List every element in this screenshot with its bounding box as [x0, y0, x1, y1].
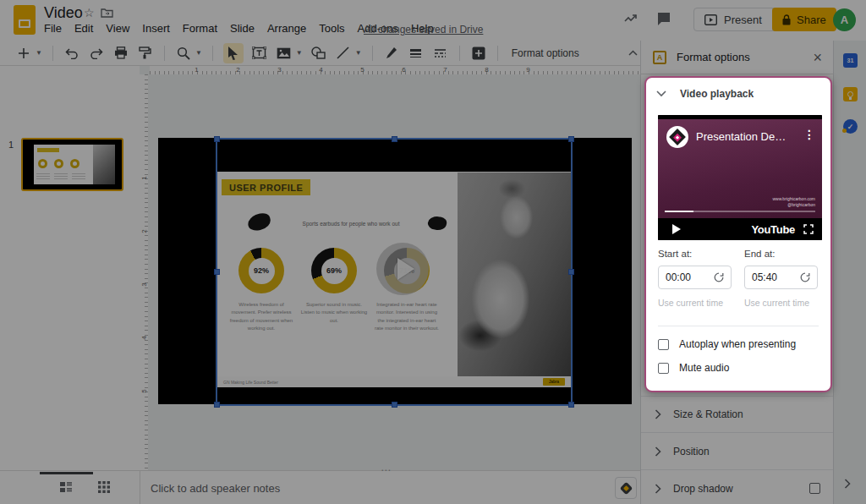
video-playback-card: Video playback Presentation De… ⋮ www.br…: [644, 76, 832, 392]
autoplay-checkbox[interactable]: [658, 339, 669, 350]
comments-icon[interactable]: [656, 11, 671, 26]
menu-item[interactable]: Arrange: [267, 22, 306, 35]
menu-item[interactable]: Edit: [74, 22, 93, 35]
fullscreen-icon[interactable]: [803, 224, 814, 234]
menu-item[interactable]: Format: [183, 22, 217, 35]
activity-dashboard-icon[interactable]: [623, 11, 639, 26]
line-color-button[interactable]: [383, 45, 400, 62]
google-slides-app: Video ☆ FileEditViewInsertFormatSlideArr…: [0, 0, 866, 504]
insert-shape-button[interactable]: [310, 45, 327, 62]
menu-item[interactable]: Insert: [142, 22, 170, 35]
grid-view-button[interactable]: [98, 481, 110, 493]
use-current-time-start[interactable]: Use current time: [658, 298, 723, 308]
ruler-number: 2: [217, 66, 259, 74]
toolbar-collapse-button[interactable]: [624, 44, 641, 61]
redo-button[interactable]: [88, 45, 105, 62]
insert-line-button[interactable]: [335, 45, 352, 62]
calendar-icon[interactable]: 31: [843, 53, 858, 68]
new-slide-caret[interactable]: ▼: [36, 49, 42, 57]
menu-item[interactable]: View: [106, 22, 129, 35]
side-panel-collapse-button[interactable]: [844, 479, 851, 489]
undo-button[interactable]: [63, 45, 80, 62]
resize-handle[interactable]: [392, 136, 397, 142]
filmstrip-view-button[interactable]: [59, 481, 73, 493]
slide-canvas[interactable]: 123456789 12345 USER PROFILE Sports earb…: [140, 66, 640, 470]
menu-item[interactable]: Slide: [230, 22, 255, 35]
new-slide-button[interactable]: [15, 45, 32, 62]
slides-logo[interactable]: [14, 5, 36, 35]
mute-checkbox[interactable]: [658, 363, 669, 374]
menu-item[interactable]: Tools: [319, 22, 344, 35]
earbud-image-right: [427, 215, 447, 232]
saved-status[interactable]: All changes saved in Drive: [364, 24, 483, 36]
insert-line-caret[interactable]: ▼: [355, 49, 362, 57]
zoom-caret[interactable]: ▼: [195, 49, 202, 57]
section-position[interactable]: Position: [641, 433, 834, 470]
drop-shadow-checkbox[interactable]: [809, 483, 820, 494]
panel-title: Format options: [677, 51, 803, 63]
share-button[interactable]: Share: [772, 8, 836, 31]
slide-tagline: Sports earbuds for people who work out: [277, 221, 425, 227]
ruler-number: 4: [300, 66, 342, 74]
mute-option[interactable]: Mute audio: [658, 362, 729, 374]
explore-button[interactable]: [615, 477, 637, 499]
autoplay-option[interactable]: Autoplay when presenting: [658, 338, 796, 350]
resize-handle[interactable]: [392, 402, 397, 408]
video-play-overlay[interactable]: [376, 243, 429, 295]
player-progress-bar[interactable]: [665, 211, 815, 212]
start-at-input[interactable]: 00:00: [658, 266, 732, 289]
use-current-time-end[interactable]: Use current time: [744, 298, 809, 308]
resize-handle[interactable]: [214, 136, 220, 142]
active-view-indicator: [40, 472, 93, 474]
video-player-preview[interactable]: Presentation De… ⋮ www.brightcarbon.com …: [658, 115, 822, 240]
insert-image-button[interactable]: [276, 45, 293, 62]
speaker-notes-input[interactable]: Click to add speaker notes: [151, 482, 280, 495]
text-box-button[interactable]: [251, 45, 268, 62]
zoom-button[interactable]: [175, 45, 192, 62]
insert-placeholder-button[interactable]: [470, 45, 487, 62]
resize-handle[interactable]: [568, 269, 574, 275]
reset-time-icon[interactable]: [714, 272, 724, 282]
tasks-icon[interactable]: ✓: [843, 119, 858, 134]
select-tool-button[interactable]: [223, 43, 244, 63]
horizontal-ruler: 123456789: [150, 66, 640, 74]
resize-handle[interactable]: [214, 269, 220, 275]
line-weight-button[interactable]: [408, 45, 425, 62]
paint-format-button[interactable]: [137, 45, 154, 62]
insert-image-caret[interactable]: ▼: [296, 49, 303, 57]
menu-item[interactable]: File: [44, 22, 62, 35]
notes-resize-handle[interactable]: ⋯: [381, 464, 392, 476]
athlete-photo: [458, 173, 571, 376]
print-button[interactable]: [112, 45, 129, 62]
present-button[interactable]: Present: [694, 14, 772, 26]
player-menu-icon[interactable]: ⋮: [803, 128, 815, 141]
youtube-logo[interactable]: YouTube: [751, 223, 795, 236]
document-title[interactable]: Video: [44, 4, 83, 22]
slide-number: 1: [8, 140, 14, 150]
end-at-input[interactable]: 05:40: [744, 266, 818, 289]
mute-label: Mute audio: [679, 362, 729, 374]
format-options-toolbar-label[interactable]: Format options: [512, 47, 579, 59]
account-avatar[interactable]: A: [833, 8, 856, 31]
selected-video[interactable]: USER PROFILE Sports earbuds for people w…: [217, 140, 571, 404]
section-size-rotation[interactable]: Size & Rotation: [641, 396, 834, 433]
keep-icon[interactable]: [843, 87, 858, 101]
slide-thumbnail[interactable]: [21, 138, 123, 191]
format-options-panel: A Format options × Video playback Presen…: [640, 41, 833, 504]
reset-time-icon[interactable]: [800, 272, 810, 282]
slide-footer-text: GN Making Life Sound Better: [223, 380, 543, 385]
player-play-button[interactable]: [672, 224, 681, 234]
slide[interactable]: USER PROFILE Sports earbuds for people w…: [158, 138, 632, 404]
resize-handle[interactable]: [568, 136, 574, 142]
video-playback-section-header[interactable]: Video playback: [656, 88, 754, 100]
explore-icon: [619, 481, 633, 495]
star-icon[interactable]: ☆: [84, 6, 95, 19]
section-drop-shadow[interactable]: Drop shadow: [641, 470, 834, 504]
resize-handle[interactable]: [214, 402, 220, 408]
donut-caption: Wireless freedom of movement. Prefer wir…: [227, 301, 295, 332]
ruler-number: 6: [383, 66, 425, 74]
close-panel-button[interactable]: ×: [813, 50, 822, 65]
line-dash-button[interactable]: [432, 45, 449, 62]
resize-handle[interactable]: [568, 402, 574, 408]
move-folder-icon[interactable]: [101, 8, 113, 18]
